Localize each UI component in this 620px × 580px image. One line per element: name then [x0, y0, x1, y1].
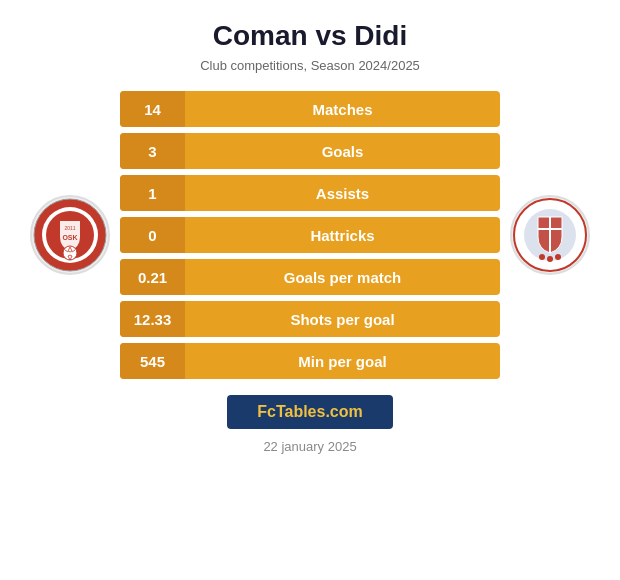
- stat-row: 0.21Goals per match: [120, 259, 500, 295]
- fctables-banner: FcTables.com: [227, 395, 393, 429]
- svg-text:OSK: OSK: [62, 234, 77, 241]
- stat-row: 1Assists: [120, 175, 500, 211]
- stat-row: 545Min per goal: [120, 343, 500, 379]
- match-title: Coman vs Didi: [213, 20, 407, 52]
- stat-row: 3Goals: [120, 133, 500, 169]
- svg-point-10: [539, 254, 545, 260]
- stat-value: 12.33: [120, 301, 185, 337]
- stat-value: 0: [120, 217, 185, 253]
- stat-label: Goals per match: [185, 269, 500, 286]
- stat-value: 1: [120, 175, 185, 211]
- stat-label: Assists: [185, 185, 500, 202]
- stat-row: 12.33Shots per goal: [120, 301, 500, 337]
- banner-text: FcTables.com: [257, 403, 363, 420]
- stat-label: Matches: [185, 101, 500, 118]
- stat-label: Min per goal: [185, 353, 500, 370]
- main-section: OSK 2011 14Matches3Goals1Assists0Hattric…: [20, 91, 600, 379]
- stat-row: 0Hattricks: [120, 217, 500, 253]
- stat-value: 0.21: [120, 259, 185, 295]
- right-club-logo: [500, 195, 600, 275]
- stat-value: 3: [120, 133, 185, 169]
- stats-column: 14Matches3Goals1Assists0Hattricks0.21Goa…: [120, 91, 500, 379]
- date-footer: 22 january 2025: [263, 439, 356, 454]
- svg-point-12: [555, 254, 561, 260]
- svg-point-11: [547, 256, 553, 262]
- stat-row: 14Matches: [120, 91, 500, 127]
- left-club-logo: OSK 2011: [20, 195, 120, 275]
- stat-value: 545: [120, 343, 185, 379]
- svg-text:2011: 2011: [64, 225, 75, 231]
- page-container: Coman vs Didi Club competitions, Season …: [0, 0, 620, 580]
- stat-label: Hattricks: [185, 227, 500, 244]
- stat-label: Goals: [185, 143, 500, 160]
- match-subtitle: Club competitions, Season 2024/2025: [200, 58, 420, 73]
- svg-point-5: [63, 246, 77, 260]
- stat-label: Shots per goal: [185, 311, 500, 328]
- stat-value: 14: [120, 91, 185, 127]
